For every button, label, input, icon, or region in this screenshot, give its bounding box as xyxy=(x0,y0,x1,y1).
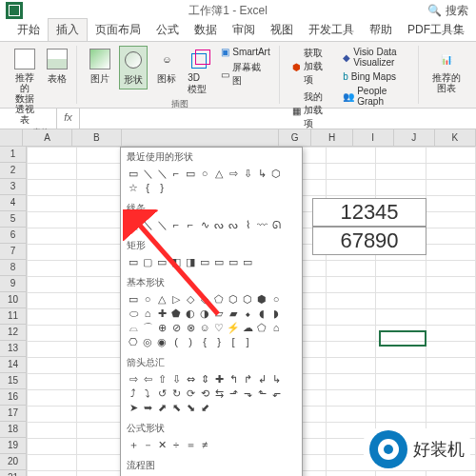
cell[interactable] xyxy=(326,390,375,407)
cell[interactable] xyxy=(28,261,77,277)
cell[interactable] xyxy=(28,374,77,390)
shape[interactable]: ⌒ xyxy=(141,321,154,334)
shape-arrow[interactable]: ⬏ xyxy=(227,387,240,400)
shape-elbow[interactable]: ⌐ xyxy=(169,218,183,231)
shape[interactable]: ◎ xyxy=(141,335,154,348)
shape-oval[interactable]: ○ xyxy=(198,167,211,180)
shape[interactable]: ☁ xyxy=(241,321,254,334)
3d-model-button[interactable]: 3D 模型 xyxy=(186,46,212,98)
shape[interactable]: ] xyxy=(241,335,254,348)
row-header[interactable]: 17 xyxy=(0,406,27,422)
col-header[interactable]: A xyxy=(23,129,72,146)
visio-button[interactable]: ◆Visio Data Visualizer xyxy=(340,46,412,69)
cell[interactable] xyxy=(426,390,475,407)
row-header[interactable]: 16 xyxy=(0,389,27,406)
col-header[interactable]: I xyxy=(353,129,394,146)
shape-arrow[interactable]: ↲ xyxy=(255,372,268,386)
shape[interactable]: △ xyxy=(155,292,169,306)
fx-button[interactable]: fx xyxy=(57,109,80,129)
cell[interactable] xyxy=(376,374,426,390)
row-header[interactable]: 2 xyxy=(0,163,27,179)
shape-arrow[interactable]: ⬉ xyxy=(169,401,183,414)
shape-line[interactable]: ＼ xyxy=(141,167,154,180)
shape-arrow[interactable]: ➥ xyxy=(141,401,154,414)
shape-brace[interactable]: { xyxy=(141,181,154,194)
table-button[interactable]: 表格 xyxy=(44,46,70,88)
shape-rect[interactable]: ▭ xyxy=(241,255,254,268)
shape-freeform[interactable]: ⌇ xyxy=(241,218,254,231)
cell[interactable] xyxy=(28,277,77,293)
row-header[interactable]: 10 xyxy=(0,292,27,308)
cell[interactable] xyxy=(426,196,475,212)
shape-arrow[interactable]: ⇩ xyxy=(169,372,183,386)
row-header[interactable]: 8 xyxy=(0,260,27,276)
cell[interactable] xyxy=(426,326,475,342)
row-header[interactable]: 3 xyxy=(0,179,27,195)
shape[interactable]: ◖ xyxy=(255,307,268,320)
tab-view[interactable]: 视图 xyxy=(263,19,301,41)
row-header[interactable]: 1 xyxy=(0,147,27,163)
shape-rect[interactable]: ▭ xyxy=(212,255,226,268)
shape[interactable]: ▰ xyxy=(227,307,240,320)
shape-arrow[interactable]: ⬋ xyxy=(198,401,211,414)
tab-formula[interactable]: 公式 xyxy=(149,19,187,41)
peoplegraph-button[interactable]: 👥People Graph xyxy=(340,85,412,108)
tab-layout[interactable]: 页面布局 xyxy=(88,19,149,41)
shape-arrow[interactable]: ⇩ xyxy=(241,167,254,180)
cell[interactable] xyxy=(28,390,77,407)
shape-star[interactable]: ☆ xyxy=(127,181,140,194)
row-header[interactable]: 5 xyxy=(0,211,27,228)
shape[interactable]: } xyxy=(212,335,226,348)
shape-arrow[interactable]: ⇨ xyxy=(127,372,140,386)
cell[interactable] xyxy=(28,196,77,212)
cell[interactable] xyxy=(426,277,475,293)
shape-multiply[interactable]: ✕ xyxy=(155,438,169,451)
shape[interactable]: ◐ xyxy=(184,307,197,320)
shape-minus[interactable]: － xyxy=(141,438,154,451)
row-header[interactable]: 7 xyxy=(0,244,27,260)
cell[interactable] xyxy=(28,439,77,455)
shape-arrow[interactable]: ⬈ xyxy=(155,401,169,414)
cell[interactable] xyxy=(28,309,77,326)
cell[interactable] xyxy=(28,407,77,423)
active-cell[interactable] xyxy=(379,330,426,347)
shape-line[interactable]: ＼ xyxy=(127,218,140,231)
row-header[interactable]: 11 xyxy=(0,308,27,325)
shape-scribble[interactable]: 〰 xyxy=(255,218,268,231)
shape[interactable]: ◗ xyxy=(269,307,283,320)
shape-curve[interactable]: ᔓ xyxy=(212,218,226,231)
shape-notequal[interactable]: ≠ xyxy=(198,438,211,451)
shape[interactable]: ♡ xyxy=(212,321,226,334)
shape-connector[interactable]: ⌐ xyxy=(169,167,183,180)
cell[interactable] xyxy=(28,471,77,477)
cell[interactable] xyxy=(376,148,426,164)
shape-triangle[interactable]: △ xyxy=(212,167,226,180)
shape-arrow[interactable]: ⇕ xyxy=(198,372,211,386)
cell[interactable] xyxy=(28,293,77,309)
cell-value[interactable]: 67890 xyxy=(312,227,426,255)
shape[interactable]: [ xyxy=(227,335,240,348)
search-box[interactable]: 🔍 搜索 xyxy=(427,3,468,19)
shape-arrow[interactable]: ✚ xyxy=(212,372,226,386)
cell[interactable] xyxy=(326,277,375,293)
shape[interactable]: ☺ xyxy=(198,321,211,334)
shape-equal[interactable]: ＝ xyxy=(184,438,197,451)
cell[interactable] xyxy=(28,326,77,342)
shape-connector[interactable]: ↳ xyxy=(255,167,268,180)
shape[interactable]: ○ xyxy=(141,292,154,306)
cell[interactable] xyxy=(326,374,375,390)
cell[interactable] xyxy=(326,471,375,477)
cell[interactable] xyxy=(28,245,77,261)
cell[interactable] xyxy=(426,212,475,228)
tab-insert[interactable]: 插入 xyxy=(48,18,88,41)
shape-rect[interactable]: ▭ xyxy=(155,255,169,268)
shape[interactable]: ◇ xyxy=(184,292,197,306)
col-header[interactable] xyxy=(122,129,279,146)
shape-hexagon[interactable]: ⬡ xyxy=(269,167,283,180)
shape-textbox[interactable]: ▭ xyxy=(127,167,140,180)
cell[interactable] xyxy=(426,245,475,261)
shape[interactable]: ⌂ xyxy=(141,307,154,320)
cell-value[interactable]: 12345 xyxy=(312,198,426,227)
shape-arrow[interactable]: ⬐ xyxy=(269,387,283,400)
cell[interactable] xyxy=(28,455,77,471)
